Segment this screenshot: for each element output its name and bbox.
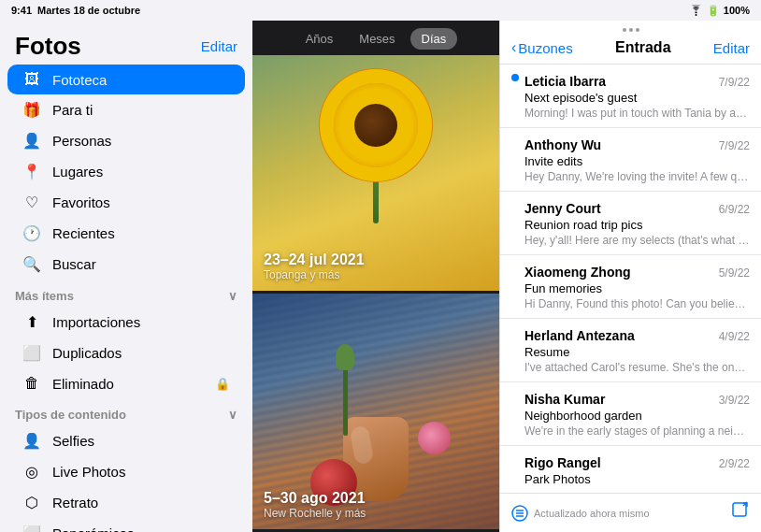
mail-item-row-5: Nisha Kumar 3/9/22 Neighborhood garden W… bbox=[511, 392, 750, 438]
mail-item-content-6: Rigo Rangel 2/9/22 Park Photos bbox=[524, 455, 750, 488]
mail-item-row-1: Anthony Wu 7/9/22 Invite edits Hey Danny… bbox=[511, 137, 750, 183]
mail-item-4[interactable]: Herland Antezana 4/9/22 Resume I've atta… bbox=[500, 319, 761, 382]
main-container: Fotos Editar 🖼 Fototeca 🎁 Para ti 👤 Pers… bbox=[0, 21, 761, 532]
mail-back-button[interactable]: ‹ Buzones bbox=[511, 39, 573, 56]
mail-item-1[interactable]: Anthony Wu 7/9/22 Invite edits Hey Danny… bbox=[500, 128, 761, 192]
favorites-icon: ♡ bbox=[22, 194, 41, 211]
sidebar-item-deleted[interactable]: 🗑 Eliminado 🔒 bbox=[7, 368, 245, 398]
mail-item-content-3: Xiaomeng Zhong 5/9/22 Fun memories Hi Da… bbox=[524, 265, 750, 310]
sidebar-item-label-places: Lugares bbox=[52, 164, 103, 180]
sidebar-item-portrait[interactable]: ⬡ Retrato bbox=[7, 487, 245, 518]
mail-preview-1: Hey Danny, We're loving the invite! A fe… bbox=[524, 170, 750, 183]
mail-item-header-2: Jenny Court 6/9/22 bbox=[524, 201, 750, 216]
mail-panel: ‹ Buzones Entrada Editar Leticia Ibarra … bbox=[499, 21, 761, 532]
content-types-nav: 👤 Selfies ◎ Live Photos ⬡ Retrato ⬜ Pano… bbox=[0, 425, 252, 532]
selfies-icon: 👤 bbox=[22, 432, 41, 450]
unread-dot-0 bbox=[511, 74, 519, 81]
mail-handle bbox=[500, 21, 761, 36]
recents-icon: 🕐 bbox=[22, 224, 41, 242]
mail-item-row-0: Leticia Ibarra 7/9/22 Next episode's gue… bbox=[511, 74, 750, 120]
sidebar-item-live-photos[interactable]: ◎ Live Photos bbox=[7, 456, 245, 487]
for-you-icon: 🎁 bbox=[22, 101, 41, 119]
wifi-icon bbox=[689, 5, 703, 16]
mail-item-content-2: Jenny Court 6/9/22 Reunion road trip pic… bbox=[524, 201, 750, 247]
sidebar-item-duplicates[interactable]: ⬜ Duplicados bbox=[7, 338, 245, 368]
panoramic-icon: ⬜ bbox=[22, 525, 41, 532]
mail-date-5: 3/9/22 bbox=[719, 394, 750, 407]
sidebar-item-library[interactable]: 🖼 Fototeca bbox=[7, 65, 245, 94]
photo-block-2[interactable]: 5–30 ago 2021 New Rochelle y más bbox=[252, 294, 499, 529]
mail-edit-button[interactable]: Editar bbox=[713, 40, 750, 56]
sidebar-item-selfies[interactable]: 👤 Selfies bbox=[7, 425, 245, 456]
library-icon: 🖼 bbox=[22, 71, 41, 88]
mail-subject-6: Park Photos bbox=[524, 472, 750, 486]
sidebar-item-places[interactable]: 📍 Lugares bbox=[7, 156, 245, 187]
sidebar-item-imports[interactable]: ⬆ Importaciones bbox=[7, 307, 245, 338]
mail-date-0: 7/9/22 bbox=[719, 76, 750, 89]
compose-icon bbox=[731, 501, 750, 520]
mail-sender-4: Herland Antezana bbox=[524, 328, 635, 343]
sidebar-item-for-you[interactable]: 🎁 Para ti bbox=[7, 94, 245, 125]
mail-item-5[interactable]: Nisha Kumar 3/9/22 Neighborhood garden W… bbox=[500, 382, 761, 446]
sidebar-item-search[interactable]: 🔍 Buscar bbox=[7, 249, 245, 280]
tab-months[interactable]: Meses bbox=[348, 28, 406, 50]
tab-years[interactable]: Años bbox=[294, 28, 345, 50]
mail-item-2[interactable]: Jenny Court 6/9/22 Reunion road trip pic… bbox=[500, 192, 761, 255]
photo-block-1[interactable]: 23–24 jul 2021 Topanga y más bbox=[252, 55, 499, 291]
sidebar-item-panoramic[interactable]: ⬜ Panorámicas bbox=[7, 518, 245, 532]
sidebar-item-label-favorites: Favoritos bbox=[52, 194, 110, 210]
sidebar-item-people[interactable]: 👤 Personas bbox=[7, 125, 245, 156]
mail-subject-4: Resume bbox=[524, 345, 750, 359]
mail-compose-button[interactable] bbox=[731, 501, 750, 525]
sidebar-header: Fotos Editar bbox=[0, 21, 252, 65]
mail-item-header-0: Leticia Ibarra 7/9/22 bbox=[524, 74, 750, 89]
mail-inbox-title: Entrada bbox=[615, 39, 671, 56]
battery-level: 100% bbox=[724, 5, 750, 16]
mail-item-6[interactable]: Rigo Rangel 2/9/22 Park Photos bbox=[500, 446, 761, 493]
mail-item-header-1: Anthony Wu 7/9/22 bbox=[524, 137, 750, 152]
mail-item-row-3: Xiaomeng Zhong 5/9/22 Fun memories Hi Da… bbox=[511, 265, 750, 310]
more-items-section-label[interactable]: Más ítems ∨ bbox=[0, 280, 252, 307]
more-items-nav: ⬆ Importaciones ⬜ Duplicados 🗑 Eliminado… bbox=[0, 307, 252, 398]
mail-preview-3: Hi Danny, Found this photo! Can you beli… bbox=[524, 297, 750, 310]
mail-back-label: Buzones bbox=[518, 40, 572, 56]
content-types-section-label[interactable]: Tipos de contenido ∨ bbox=[0, 398, 252, 425]
more-items-chevron: ∨ bbox=[228, 289, 237, 303]
mail-filter-icon[interactable] bbox=[511, 505, 528, 522]
mail-updated-text: Actualizado ahora mismo bbox=[534, 508, 650, 519]
mail-subject-1: Invite edits bbox=[524, 154, 750, 168]
more-items-label: Más ítems bbox=[15, 289, 74, 303]
photos-edit-button[interactable]: Editar bbox=[201, 38, 237, 54]
mail-item-3[interactable]: Xiaomeng Zhong 5/9/22 Fun memories Hi Da… bbox=[500, 255, 761, 319]
sidebar-item-recents[interactable]: 🕐 Recientes bbox=[7, 218, 245, 249]
mail-sender-3: Xiaomeng Zhong bbox=[524, 265, 631, 280]
mail-date-4: 4/9/22 bbox=[719, 330, 750, 343]
mail-list: Leticia Ibarra 7/9/22 Next episode's gue… bbox=[500, 65, 761, 493]
mail-item-content-0: Leticia Ibarra 7/9/22 Next episode's gue… bbox=[524, 74, 750, 120]
places-icon: 📍 bbox=[22, 163, 41, 180]
sidebar-item-label-panoramic: Panorámicas bbox=[52, 525, 135, 532]
sidebar-item-label-for-you: Para ti bbox=[52, 102, 93, 118]
imports-icon: ⬆ bbox=[22, 313, 41, 331]
photos-top-bar: Años Meses Días bbox=[252, 21, 499, 55]
mail-item-content-4: Herland Antezana 4/9/22 Resume I've atta… bbox=[524, 328, 750, 374]
mail-item-row-6: Rigo Rangel 2/9/22 Park Photos bbox=[511, 455, 750, 488]
sidebar-item-favorites[interactable]: ♡ Favoritos bbox=[7, 187, 245, 218]
sidebar-item-label-duplicates: Duplicados bbox=[52, 345, 122, 361]
tab-days[interactable]: Días bbox=[410, 28, 458, 50]
mail-item-header-3: Xiaomeng Zhong 5/9/22 bbox=[524, 265, 750, 280]
mail-subject-5: Neighborhood garden bbox=[524, 409, 750, 423]
dot-3 bbox=[636, 28, 639, 32]
mail-item-0[interactable]: Leticia Ibarra 7/9/22 Next episode's gue… bbox=[500, 65, 761, 128]
status-left: 9:41 Martes 18 de octubre bbox=[11, 5, 140, 16]
photos-grid: 23–24 jul 2021 Topanga y más bbox=[252, 55, 499, 529]
photo-location-1: Topanga y más bbox=[264, 268, 365, 281]
photo-label-1: 23–24 jul 2021 Topanga y más bbox=[264, 252, 365, 281]
status-time: 9:41 bbox=[11, 5, 32, 16]
photo-date-2: 5–30 ago 2021 bbox=[264, 490, 366, 507]
mail-item-row-4: Herland Antezana 4/9/22 Resume I've atta… bbox=[511, 328, 750, 374]
lock-icon: 🔒 bbox=[215, 377, 230, 391]
mail-preview-4: I've attached Carol's resume. She's the … bbox=[524, 361, 750, 374]
mail-sender-2: Jenny Court bbox=[524, 201, 601, 216]
sidebar-item-label-deleted: Eliminado bbox=[52, 376, 114, 392]
